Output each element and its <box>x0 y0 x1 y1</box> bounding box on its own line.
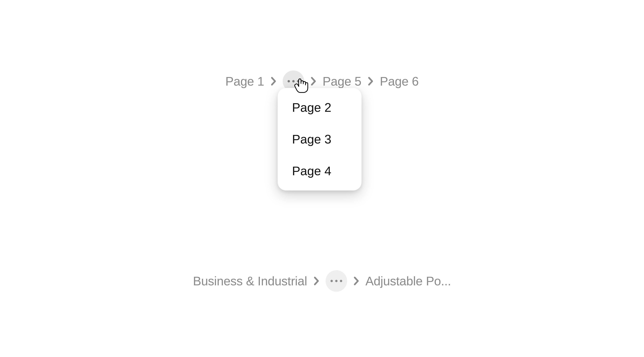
ellipsis-icon <box>340 280 342 282</box>
breadcrumb-link-page-6[interactable]: Page 6 <box>380 74 419 89</box>
breadcrumb: Business & Industrial Adjustable Po... <box>193 270 451 292</box>
ellipsis-icon <box>288 80 290 82</box>
ellipsis-icon <box>297 80 299 82</box>
ellipsis-icon <box>292 80 294 82</box>
breadcrumb-overflow-button[interactable]: Page 2 Page 3 Page 4 <box>282 71 304 92</box>
breadcrumb-link-page-1[interactable]: Page 1 <box>226 74 264 89</box>
chevron-right-icon <box>310 77 316 86</box>
chevron-right-icon <box>353 276 359 285</box>
overflow-menu-item-page-3[interactable]: Page 3 <box>278 128 362 150</box>
breadcrumb-link-page-5[interactable]: Page 5 <box>322 74 362 89</box>
breadcrumb-overflow-menu: Page 2 Page 3 Page 4 <box>278 88 362 190</box>
breadcrumb-link-adjustable-po[interactable]: Adjustable Po... <box>366 274 451 288</box>
ellipsis-icon <box>330 280 333 282</box>
breadcrumb-overflow-button[interactable] <box>326 270 347 292</box>
chevron-right-icon <box>270 77 276 86</box>
ellipsis-icon <box>335 280 338 282</box>
chevron-right-icon <box>368 77 374 86</box>
breadcrumb: Page 1 Page 2 Page 3 Page 4 Page 5 Page … <box>226 71 419 92</box>
chevron-right-icon <box>314 276 319 285</box>
breadcrumb-link-business-industrial[interactable]: Business & Industrial <box>193 274 307 288</box>
overflow-menu-item-page-4[interactable]: Page 4 <box>278 160 362 182</box>
overflow-menu-item-page-2[interactable]: Page 2 <box>278 96 362 119</box>
